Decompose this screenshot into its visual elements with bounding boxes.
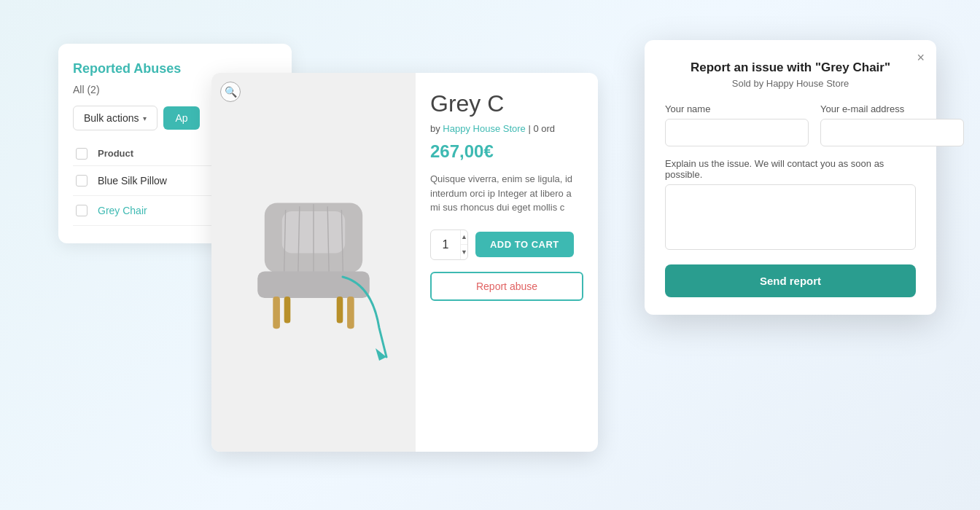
modal-close-button[interactable]: ×	[917, 50, 925, 66]
modal-subtitle: Sold by Happy House Store	[665, 78, 916, 89]
svg-rect-2	[257, 271, 370, 297]
product-image-area: 🔍	[211, 73, 416, 452]
email-label: Your e-mail address	[820, 103, 964, 114]
product-details: Grey C by Happy House Store | 0 ord 267,…	[416, 73, 598, 452]
quantity-input[interactable]	[431, 238, 460, 251]
apply-button[interactable]: Ap	[163, 106, 199, 130]
form-name-email-row: Your name Your e-mail address	[665, 103, 916, 146]
product-description: Quisque viverra, enim se ligula, id inte…	[430, 172, 583, 215]
qty-increment[interactable]: ▲	[461, 230, 467, 246]
message-textarea[interactable]	[665, 184, 916, 250]
qty-controls: ▲ ▼	[460, 230, 467, 259]
product-panel: 🔍	[211, 73, 598, 452]
chevron-down-icon: ▾	[143, 114, 147, 122]
add-to-cart-button[interactable]: ADD TO CART	[475, 232, 574, 257]
report-modal: × Report an issue with "Grey Chair" Sold…	[645, 40, 936, 315]
add-to-cart-row: ▲ ▼ ADD TO CART	[430, 230, 583, 260]
svg-rect-4	[347, 297, 354, 329]
sold-by-label: by	[430, 123, 440, 134]
bulk-actions-label: Bulk actions	[84, 112, 139, 124]
product-image	[241, 175, 386, 350]
name-field-group: Your name	[665, 103, 809, 146]
report-abuse-button[interactable]: Report abuse	[430, 272, 583, 301]
svg-rect-6	[337, 297, 343, 323]
bulk-actions-button[interactable]: Bulk actions ▾	[73, 106, 158, 130]
orders-text: | 0 ord	[528, 123, 555, 134]
row-checkbox-2[interactable]	[76, 205, 88, 216]
row-checkbox-1[interactable]	[76, 175, 88, 187]
quantity-box: ▲ ▼	[430, 230, 468, 260]
product-title: Grey C	[430, 90, 583, 117]
explain-label: Explain us the issue. We will contact yo…	[665, 158, 916, 180]
svg-rect-3	[273, 297, 280, 329]
product-sold-by: by Happy House Store | 0 ord	[430, 123, 583, 134]
modal-title: Report an issue with "Grey Chair"	[665, 60, 916, 75]
name-label: Your name	[665, 103, 809, 114]
product-price: 267,00€	[430, 141, 583, 162]
send-report-button[interactable]: Send report	[665, 264, 916, 297]
select-all-checkbox[interactable]	[76, 148, 88, 160]
email-input[interactable]	[820, 119, 964, 146]
zoom-icon[interactable]: 🔍	[220, 82, 241, 102]
store-link[interactable]: Happy House Store	[443, 123, 525, 134]
email-field-group: Your e-mail address	[820, 103, 964, 146]
qty-decrement[interactable]: ▼	[461, 245, 467, 259]
svg-rect-5	[284, 297, 291, 323]
name-input[interactable]	[665, 119, 809, 146]
